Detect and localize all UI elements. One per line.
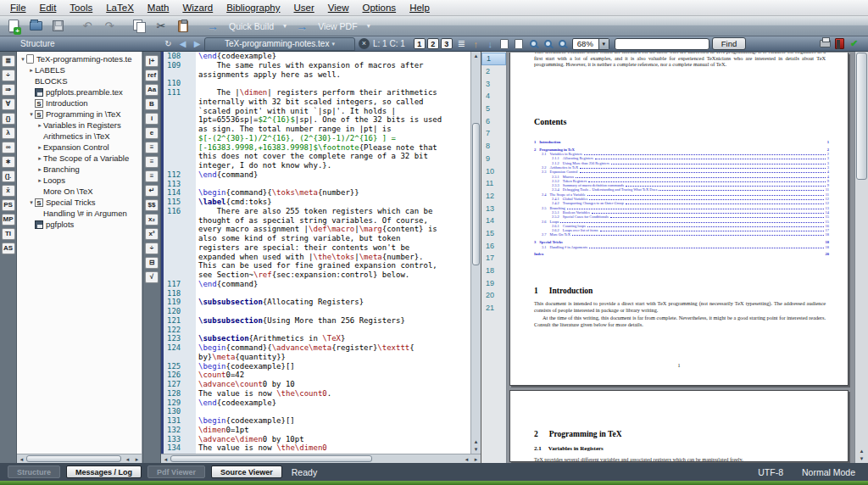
paste-button[interactable] <box>174 18 192 35</box>
scrollbar-thumb[interactable] <box>472 123 480 265</box>
pdf-page-list-item-14[interactable]: 14 <box>481 215 506 227</box>
pdf-layout-2-button[interactable]: 2 <box>427 38 439 49</box>
inline-math-icon[interactable]: $$ <box>145 199 159 211</box>
pdf-vscrollbar[interactable]: ▴ ▾ <box>854 52 868 463</box>
scrollbar-thumb[interactable] <box>856 53 867 180</box>
bold-icon[interactable]: B <box>145 98 159 110</box>
pdf-page-list-item-15[interactable]: 15 <box>481 227 506 240</box>
save-button[interactable] <box>48 18 67 35</box>
zoom-level-combo[interactable]: 68% ▾ <box>572 38 609 50</box>
menu-view[interactable]: View <box>321 3 356 13</box>
pdf-page-list-item-6[interactable]: 6 <box>481 114 506 127</box>
arrow-symbols-icon[interactable]: ⇒ <box>2 84 15 96</box>
pdf-page-list-item-19[interactable]: 19 <box>481 276 506 289</box>
scroll-left-icon[interactable]: ◂ <box>462 455 471 463</box>
greek-letters-icon[interactable]: λ <box>2 127 15 139</box>
reload-document-button[interactable]: ↻ <box>161 37 175 50</box>
asymptote-icon[interactable]: AS <box>2 242 15 254</box>
code-line[interactable]: 121\subsubsection{Using More than 256 Re… <box>164 316 470 326</box>
code-line[interactable]: 123\subsection{Arithmetics in \TeX} <box>164 334 470 343</box>
pdf-page-list-item-5[interactable]: 5 <box>481 103 506 115</box>
scroll-right-icon[interactable]: ▸ <box>471 455 481 463</box>
sqrt-icon[interactable]: √ <box>145 271 159 283</box>
structure-tab-icon[interactable]: ≣ <box>2 55 15 67</box>
expander-closed-icon[interactable]: ▸ <box>36 155 43 162</box>
next-page-button[interactable]: ↓ <box>483 37 498 50</box>
most-used-symbols-icon[interactable]: ∞ <box>2 142 15 153</box>
menu-tools[interactable]: Tools <box>63 3 99 13</box>
code-line[interactable]: 116 There are also 255 token registers w… <box>164 207 470 280</box>
scrollbar-thumb[interactable] <box>170 455 372 462</box>
tree-item-arithmetics-in-tex[interactable]: Arithmetics in \TeX <box>17 131 142 142</box>
pdf-layout-1-button[interactable]: 1 <box>414 38 426 49</box>
menu-file[interactable]: File <box>3 3 33 13</box>
code-line[interactable]: 133\advance\dimen0 by 10pt <box>164 435 470 444</box>
code-line[interactable]: 134The value is now \the\dimen0 <box>164 443 470 453</box>
tree-item-pgfplots[interactable]: pgfplots <box>17 219 142 230</box>
statusbar-structure-button[interactable]: Structure <box>8 465 60 478</box>
menu-bibliography[interactable]: Bibliography <box>220 3 287 13</box>
previous-document-button[interactable]: ◀ <box>175 37 190 50</box>
subscript-icon[interactable]: x₂ <box>145 214 159 226</box>
code-line[interactable]: 132\dimen0=1pt <box>164 426 470 435</box>
pdf-page-list-item-17[interactable]: 17 <box>481 252 506 265</box>
menu-user[interactable]: User <box>287 3 320 13</box>
previous-page-button[interactable]: ↑ <box>469 37 483 50</box>
pdf-page-list-item-18[interactable]: 18 <box>481 265 506 277</box>
pdf-page-1[interactable]: This document contains notes which are i… <box>509 53 849 386</box>
scroll-left-icon[interactable]: ◂ <box>123 455 132 463</box>
menu-math[interactable]: Math <box>141 3 176 13</box>
tree-item-programming-in-tex[interactable]: ▾SProgramming in \TeX <box>17 109 142 120</box>
find-input[interactable] <box>615 38 709 50</box>
statusbar-source-viewer-button[interactable]: Source Viewer <box>211 465 282 478</box>
expander-open-icon[interactable]: ▾ <box>28 111 35 118</box>
pdf-page-list-item-4[interactable]: 4 <box>481 90 506 103</box>
view-pdf-caret-icon[interactable]: ▾ <box>364 22 373 30</box>
copy-button[interactable] <box>130 18 148 35</box>
pdf-page-list-item-11[interactable]: 11 <box>481 177 506 190</box>
tree-item-expansion-control[interactable]: ▸Expansion Control <box>17 142 142 153</box>
zoom-out-button[interactable] <box>526 37 541 50</box>
label-ref-icon[interactable]: ref <box>145 70 159 81</box>
toc-entry[interactable]: Index20 <box>534 253 829 257</box>
redo-button[interactable]: ↷ <box>100 18 119 35</box>
structure-hscrollbar[interactable]: ◂ ◂ ▸ <box>17 454 142 463</box>
code-line[interactable]: 112\end{command} <box>164 170 470 180</box>
code-line[interactable]: 111 The |\dimen| registers perform their… <box>164 88 470 170</box>
align-left-icon[interactable]: ≡ <box>145 142 159 153</box>
pdf-layout-3-button[interactable]: 3 <box>441 38 453 49</box>
scroll-left-icon[interactable]: ◂ <box>161 455 170 463</box>
new-file-button[interactable]: + <box>4 18 23 35</box>
expander-open-icon[interactable]: ▾ <box>19 56 26 63</box>
pdf-page-list-item-9[interactable]: 9 <box>481 153 506 165</box>
editor-vscrollbar[interactable]: ▴ ▴ ▾ <box>470 52 481 454</box>
insert-icon[interactable]: |+ <box>145 55 159 67</box>
pdf-page-list-item-12[interactable]: 12 <box>481 190 506 203</box>
close-tab-button[interactable]: × <box>359 38 370 49</box>
tree-item-handling-in-argumen[interactable]: Handling \# in Argumen <box>17 208 142 219</box>
editor-hscrollbar[interactable]: ◂ ◂ ▸ <box>161 454 481 463</box>
toc-entry[interactable]: 3.1Handling # in Arguments18 <box>534 245 829 249</box>
pdf-page-list-item-7[interactable]: 7 <box>481 127 506 140</box>
pdf-page-list-item-8[interactable]: 8 <box>481 140 506 153</box>
pdf-page-list-item-1[interactable]: 1 <box>481 53 506 65</box>
original-size-button[interactable] <box>555 37 570 50</box>
code-line[interactable]: 114\begin{command}{\toks\meta{number}} <box>164 188 470 198</box>
align-right-icon[interactable]: ≡ <box>145 170 159 182</box>
tree-item-the-scope-of-a-variable[interactable]: ▸The Scope of a Variable <box>17 153 142 164</box>
fit-width-button[interactable] <box>498 37 512 50</box>
expander-closed-icon[interactable]: ▸ <box>36 144 43 151</box>
spellcheck-button[interactable]: ✔ <box>847 37 861 50</box>
accents-icon[interactable]: x̄ <box>2 185 15 197</box>
scroll-up-icon[interactable]: ▴ <box>471 438 481 445</box>
pdf-page-list-item-20[interactable]: 20 <box>481 289 506 302</box>
menu-options[interactable]: Options <box>355 3 403 13</box>
tikz-icon[interactable]: TI <box>2 228 15 240</box>
code-line[interactable]: 110 <box>164 79 470 88</box>
code-line[interactable]: 113 <box>164 180 470 189</box>
tree-item-pgfplots-preamble-tex[interactable]: pgfplots.preamble.tex <box>17 86 142 98</box>
continuous-mode-button[interactable]: ≣ <box>454 37 469 50</box>
scroll-right-icon[interactable]: ▸ <box>132 455 142 463</box>
code-line[interactable]: 130 <box>164 407 470 416</box>
toc-entry[interactable]: 2.7More On TeX18 <box>534 233 829 237</box>
